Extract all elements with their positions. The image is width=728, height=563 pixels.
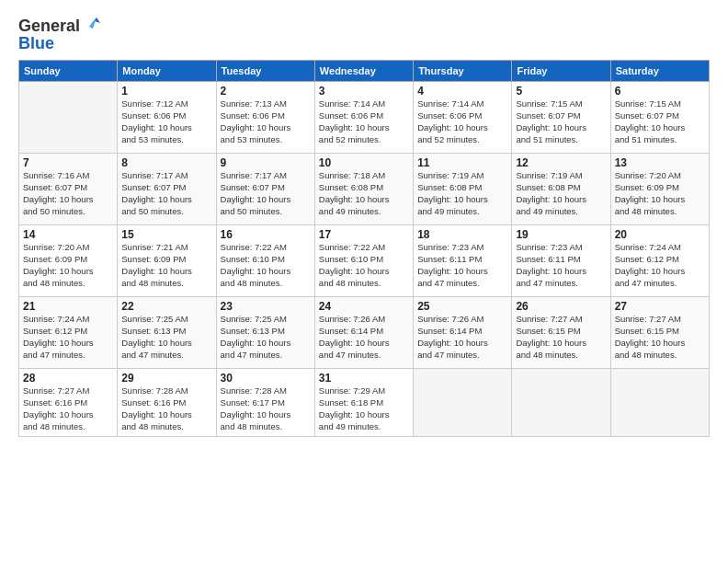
calendar-cell (512, 369, 610, 436)
page: General Blue SundayMondayTuesdayWednesda… (0, 0, 728, 563)
day-info: Sunrise: 7:19 AM Sunset: 6:08 PM Dayligh… (417, 170, 507, 217)
day-info: Sunrise: 7:27 AM Sunset: 6:15 PM Dayligh… (516, 314, 606, 361)
calendar-cell: 27Sunrise: 7:27 AM Sunset: 6:15 PM Dayli… (610, 297, 709, 369)
day-number: 29 (121, 372, 211, 385)
day-info: Sunrise: 7:19 AM Sunset: 6:08 PM Dayligh… (516, 170, 606, 217)
calendar-cell: 3Sunrise: 7:14 AM Sunset: 6:06 PM Daylig… (314, 82, 413, 154)
day-number: 14 (23, 228, 113, 241)
day-info: Sunrise: 7:18 AM Sunset: 6:08 PM Dayligh… (319, 170, 409, 217)
calendar-cell (610, 369, 709, 436)
day-info: Sunrise: 7:25 AM Sunset: 6:13 PM Dayligh… (221, 314, 311, 361)
calendar-cell: 24Sunrise: 7:26 AM Sunset: 6:14 PM Dayli… (314, 297, 413, 369)
weekday-header-wednesday: Wednesday (314, 61, 413, 82)
calendar-cell: 13Sunrise: 7:20 AM Sunset: 6:09 PM Dayli… (610, 154, 709, 225)
day-number: 10 (319, 156, 409, 169)
logo-text: General Blue (18, 17, 102, 52)
day-info: Sunrise: 7:21 AM Sunset: 6:09 PM Dayligh… (121, 242, 211, 289)
day-info: Sunrise: 7:15 AM Sunset: 6:07 PM Dayligh… (516, 98, 606, 145)
calendar-cell: 11Sunrise: 7:19 AM Sunset: 6:08 PM Dayli… (414, 154, 512, 225)
day-number: 22 (121, 300, 211, 313)
calendar-cell: 2Sunrise: 7:13 AM Sunset: 6:06 PM Daylig… (216, 82, 314, 154)
logo-general: General (18, 17, 80, 36)
day-number: 11 (417, 156, 507, 169)
day-info: Sunrise: 7:17 AM Sunset: 6:07 PM Dayligh… (221, 170, 311, 217)
day-number: 23 (221, 300, 311, 313)
day-info: Sunrise: 7:16 AM Sunset: 6:07 PM Dayligh… (23, 170, 113, 217)
calendar-cell: 15Sunrise: 7:21 AM Sunset: 6:09 PM Dayli… (118, 225, 216, 297)
calendar-cell: 29Sunrise: 7:28 AM Sunset: 6:16 PM Dayli… (118, 369, 216, 436)
logo-blue: Blue (18, 34, 102, 53)
day-info: Sunrise: 7:22 AM Sunset: 6:10 PM Dayligh… (319, 242, 409, 289)
day-info: Sunrise: 7:27 AM Sunset: 6:16 PM Dayligh… (23, 385, 113, 432)
day-info: Sunrise: 7:29 AM Sunset: 6:18 PM Dayligh… (319, 385, 409, 432)
week-row-4: 21Sunrise: 7:24 AM Sunset: 6:12 PM Dayli… (19, 297, 710, 369)
calendar-cell: 22Sunrise: 7:25 AM Sunset: 6:13 PM Dayli… (118, 297, 216, 369)
calendar-cell: 10Sunrise: 7:18 AM Sunset: 6:08 PM Dayli… (314, 154, 413, 225)
calendar-cell: 30Sunrise: 7:28 AM Sunset: 6:17 PM Dayli… (216, 369, 314, 436)
logo-bird-icon (82, 14, 102, 34)
calendar-cell: 25Sunrise: 7:26 AM Sunset: 6:14 PM Dayli… (414, 297, 512, 369)
day-info: Sunrise: 7:22 AM Sunset: 6:10 PM Dayligh… (221, 242, 311, 289)
weekday-header-monday: Monday (118, 61, 216, 82)
day-number: 24 (319, 300, 409, 313)
day-info: Sunrise: 7:15 AM Sunset: 6:07 PM Dayligh… (615, 98, 705, 145)
day-info: Sunrise: 7:14 AM Sunset: 6:06 PM Dayligh… (417, 98, 507, 145)
day-number: 30 (221, 372, 311, 385)
day-number: 2 (221, 85, 311, 98)
day-number: 19 (516, 228, 606, 241)
day-number: 25 (417, 300, 507, 313)
day-number: 17 (319, 228, 409, 241)
calendar-table: SundayMondayTuesdayWednesdayThursdayFrid… (18, 60, 710, 436)
calendar-cell: 17Sunrise: 7:22 AM Sunset: 6:10 PM Dayli… (314, 225, 413, 297)
weekday-header-friday: Friday (512, 61, 610, 82)
day-number: 21 (23, 300, 113, 313)
weekday-header-tuesday: Tuesday (216, 61, 314, 82)
day-info: Sunrise: 7:17 AM Sunset: 6:07 PM Dayligh… (121, 170, 211, 217)
day-info: Sunrise: 7:26 AM Sunset: 6:14 PM Dayligh… (319, 314, 409, 361)
calendar-cell: 9Sunrise: 7:17 AM Sunset: 6:07 PM Daylig… (216, 154, 314, 225)
calendar-cell: 6Sunrise: 7:15 AM Sunset: 6:07 PM Daylig… (610, 82, 709, 154)
day-info: Sunrise: 7:24 AM Sunset: 6:12 PM Dayligh… (23, 314, 113, 361)
weekday-header-sunday: Sunday (19, 61, 118, 82)
day-info: Sunrise: 7:23 AM Sunset: 6:11 PM Dayligh… (516, 242, 606, 289)
day-number: 4 (417, 85, 507, 98)
day-number: 3 (319, 85, 409, 98)
weekday-header-thursday: Thursday (414, 61, 512, 82)
day-info: Sunrise: 7:20 AM Sunset: 6:09 PM Dayligh… (615, 170, 705, 217)
logo: General Blue (18, 17, 102, 52)
day-number: 9 (221, 156, 311, 169)
calendar-cell: 18Sunrise: 7:23 AM Sunset: 6:11 PM Dayli… (414, 225, 512, 297)
week-row-5: 28Sunrise: 7:27 AM Sunset: 6:16 PM Dayli… (19, 369, 710, 436)
calendar-cell: 20Sunrise: 7:24 AM Sunset: 6:12 PM Dayli… (610, 225, 709, 297)
calendar-cell: 21Sunrise: 7:24 AM Sunset: 6:12 PM Dayli… (19, 297, 118, 369)
calendar-cell: 8Sunrise: 7:17 AM Sunset: 6:07 PM Daylig… (118, 154, 216, 225)
day-info: Sunrise: 7:27 AM Sunset: 6:15 PM Dayligh… (615, 314, 705, 361)
week-row-2: 7Sunrise: 7:16 AM Sunset: 6:07 PM Daylig… (19, 154, 710, 225)
calendar-cell: 28Sunrise: 7:27 AM Sunset: 6:16 PM Dayli… (19, 369, 118, 436)
day-info: Sunrise: 7:23 AM Sunset: 6:11 PM Dayligh… (417, 242, 507, 289)
header: General Blue (18, 17, 710, 52)
day-info: Sunrise: 7:25 AM Sunset: 6:13 PM Dayligh… (121, 314, 211, 361)
day-number: 16 (221, 228, 311, 241)
day-number: 18 (417, 228, 507, 241)
calendar-cell: 14Sunrise: 7:20 AM Sunset: 6:09 PM Dayli… (19, 225, 118, 297)
calendar-cell: 12Sunrise: 7:19 AM Sunset: 6:08 PM Dayli… (512, 154, 610, 225)
day-info: Sunrise: 7:28 AM Sunset: 6:16 PM Dayligh… (121, 385, 211, 432)
calendar-cell: 26Sunrise: 7:27 AM Sunset: 6:15 PM Dayli… (512, 297, 610, 369)
calendar-cell: 23Sunrise: 7:25 AM Sunset: 6:13 PM Dayli… (216, 297, 314, 369)
day-number: 6 (615, 85, 705, 98)
day-number: 7 (23, 156, 113, 169)
weekday-header-saturday: Saturday (610, 61, 709, 82)
calendar-cell (19, 82, 118, 154)
svg-marker-1 (89, 17, 97, 29)
calendar-cell: 16Sunrise: 7:22 AM Sunset: 6:10 PM Dayli… (216, 225, 314, 297)
calendar-cell: 7Sunrise: 7:16 AM Sunset: 6:07 PM Daylig… (19, 154, 118, 225)
day-number: 5 (516, 85, 606, 98)
day-number: 20 (615, 228, 705, 241)
day-info: Sunrise: 7:26 AM Sunset: 6:14 PM Dayligh… (417, 314, 507, 361)
day-info: Sunrise: 7:20 AM Sunset: 6:09 PM Dayligh… (23, 242, 113, 289)
calendar-cell: 5Sunrise: 7:15 AM Sunset: 6:07 PM Daylig… (512, 82, 610, 154)
weekday-header-row: SundayMondayTuesdayWednesdayThursdayFrid… (19, 61, 710, 82)
calendar-cell: 4Sunrise: 7:14 AM Sunset: 6:06 PM Daylig… (414, 82, 512, 154)
calendar-cell: 19Sunrise: 7:23 AM Sunset: 6:11 PM Dayli… (512, 225, 610, 297)
